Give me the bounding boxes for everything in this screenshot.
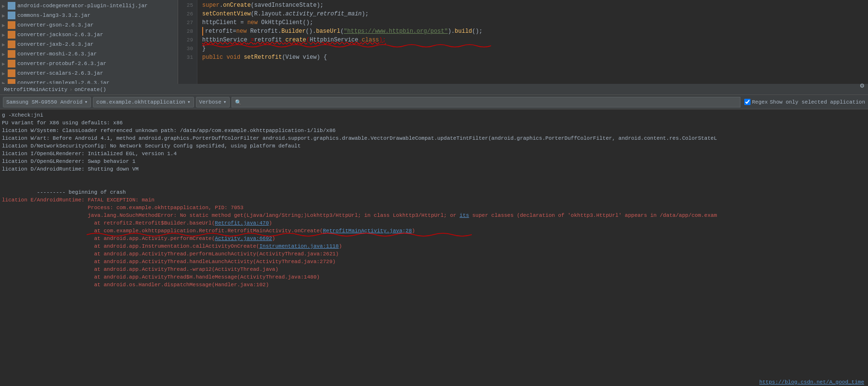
log-line: PU variant for X86 using defaults: x86 <box>0 119 868 127</box>
line-num-28: 28 <box>178 27 193 36</box>
log-line-at1: at retrofit2.Retrofit$Builder.baseUrl(Re… <box>0 219 868 227</box>
file-name: commons-lang3-3.3.2.jar <box>17 13 91 18</box>
code-content: super.onCreate(savedInstanceState); setC… <box>197 0 868 84</box>
log-output[interactable]: g -Xcheck:jni PU variant for X86 using d… <box>0 109 868 386</box>
search-input[interactable] <box>232 97 740 107</box>
log-line-at3: at android.app.Activity.performCreate(Ac… <box>0 235 868 242</box>
breadcrumb-class: RetrofitMainActivity <box>4 87 67 93</box>
file-item-1[interactable]: ▶ android-codegenerator-plugin-intellij.… <box>0 1 178 11</box>
regex-checkbox[interactable] <box>744 99 751 105</box>
activity-link[interactable]: Activity.java:6692 <box>215 236 272 241</box>
file-name: converter-scalars-2.6.3.jar <box>17 70 103 76</box>
file-name: converter-jackson-2.6.3.jar <box>17 32 103 38</box>
log-line: lication W/art: Before Android 4.1, meth… <box>0 134 868 142</box>
line-num-30: 30 <box>178 44 193 53</box>
code-line-30: } <box>202 44 868 53</box>
file-item-4[interactable]: ▶ converter-jackson-2.6.3.jar <box>0 30 178 40</box>
file-item-6[interactable]: ▶ converter-moshi-2.6.3.jar <box>0 49 178 59</box>
line-num-29: 29 <box>178 36 193 44</box>
line-num-26: 26 <box>178 10 193 18</box>
code-editor: 25 26 27 28 29 30 31 super.onCreate(save… <box>178 0 868 84</box>
breadcrumb-bar: RetrofitMainActivity › onCreate() ⚙ <box>0 84 868 95</box>
log-line-fatal: lication E/AndroidRuntime: FATAL EXCEPTI… <box>0 196 868 204</box>
log-line: lication D/NetworkSecurityConfig: No Net… <box>0 142 868 150</box>
instrumentation-link[interactable]: Instrumentation.java:1118 <box>259 243 339 249</box>
regex-toggle-label[interactable]: Regex <box>744 99 768 105</box>
expand-icon: ▶ <box>2 80 7 84</box>
code-line-31: public void setRetrofit(View view) { <box>202 53 868 62</box>
log-line <box>0 181 868 188</box>
logcat-toolbar: Samsung SM-G9550 Android ▾ com.example.o… <box>0 95 868 109</box>
log-line-at9: at android.os.Handler.dispatchMessage(Ha… <box>0 281 868 289</box>
log-line: lication D/AndroidRuntime: Shutting down… <box>0 165 868 173</box>
file-icon <box>8 40 15 48</box>
level-dropdown-arrow: ▾ <box>223 99 227 105</box>
expand-icon: ▶ <box>2 3 7 9</box>
log-line-at7: at android.app.ActivityThread.-wrap12(Ac… <box>0 266 868 273</box>
file-item-3[interactable]: ▶ converter-gson-2.6.3.jar <box>0 20 178 30</box>
file-name: converter-protobuf-2.6.3.jar <box>17 61 106 67</box>
code-line-28: retrofit=new Retrofit.Builder().baseUrl(… <box>202 27 868 36</box>
file-icon <box>8 79 15 84</box>
expand-icon: ▶ <box>2 32 7 38</box>
file-item-2[interactable]: ▶ commons-lang3-3.3.2.jar <box>0 11 178 20</box>
file-tree: ▶ android-codegenerator-plugin-intellij.… <box>0 0 178 84</box>
device-label: Samsung SM-G9550 Android <box>6 99 82 105</box>
expand-icon: ▶ <box>2 51 7 57</box>
breadcrumb-separator: › <box>69 87 73 93</box>
line-num-25: 25 <box>178 1 193 10</box>
package-label: com.example.okhttapplication <box>96 99 185 105</box>
expand-icon: ▶ <box>2 22 7 28</box>
file-item-5[interactable]: ▶ converter-jaxb-2.6.3.jar <box>0 40 178 49</box>
log-line: g -Xcheck:jni <box>0 111 868 119</box>
file-icon <box>8 21 15 29</box>
regex-label-text: Regex <box>752 99 768 105</box>
file-icon <box>8 2 15 10</box>
log-line: lication I/OpenGLRenderer: Initialized E… <box>0 150 868 158</box>
log-line: lication W/System: ClassLoader reference… <box>0 127 868 134</box>
file-item-7[interactable]: ▶ converter-protobuf-2.6.3.jar <box>0 59 178 68</box>
log-line: --------- beginning of crash <box>0 188 868 196</box>
line-num-27: 27 <box>178 18 193 27</box>
code-line-29: httbinService =retrofit.create(HttpbinSe… <box>202 36 868 44</box>
device-dropdown-arrow: ▾ <box>84 99 88 105</box>
code-line-26: setContentView(R.layout.activity_retrofi… <box>202 10 868 18</box>
log-line-at6: at android.app.ActivityThread.handleLaun… <box>0 258 868 266</box>
file-icon <box>8 31 15 39</box>
blog-url[interactable]: https://blog.csdn.net/A_good_time <box>759 379 864 385</box>
log-line-at8: at android.app.ActivityThread$H.handleMe… <box>0 273 868 281</box>
level-dropdown[interactable]: Verbose ▾ <box>196 97 230 107</box>
retrofit-link[interactable]: Retrofit.java:470 <box>215 220 269 226</box>
level-label: Verbose <box>199 99 221 105</box>
file-name: converter-moshi-2.6.3.jar <box>17 51 97 57</box>
file-name: converter-jaxb-2.6.3.jar <box>17 41 93 47</box>
log-line: lication D/OpenGLRenderer: Swap behavior… <box>0 158 868 165</box>
expand-icon: ▶ <box>2 41 7 48</box>
log-line-at5: at android.app.ActivityThread.performLau… <box>0 250 868 258</box>
log-line-nosuch: java.lang.NoSuchMethodError: No static m… <box>0 212 868 219</box>
expand-icon: ▶ <box>2 13 7 19</box>
file-item-9[interactable]: ▶ converter-simplexml-2.6.3.jar <box>0 78 178 84</box>
package-dropdown[interactable]: com.example.okhttapplication ▾ <box>93 97 194 107</box>
breadcrumb-method: onCreate() <box>75 87 106 93</box>
settings-icon[interactable]: ⚙ <box>860 81 864 90</box>
file-name: converter-simplexml-2.6.3.jar <box>17 80 109 84</box>
expand-icon: ▶ <box>2 61 7 67</box>
log-line-at2: at com.example.okhttpapplication.Retrofi… <box>0 227 868 235</box>
expand-icon: ▶ <box>2 70 7 77</box>
bottom-bar: https://blog.csdn.net/A_good_time <box>755 378 868 386</box>
log-line-at4: at android.app.Instrumentation.callActiv… <box>0 242 868 250</box>
file-name: converter-gson-2.6.3.jar <box>17 22 93 28</box>
file-item-8[interactable]: ▶ converter-scalars-2.6.3.jar <box>0 68 178 78</box>
editor-area: ▶ android-codegenerator-plugin-intellij.… <box>0 0 868 84</box>
file-icon <box>8 60 15 67</box>
show-selected-label: Show only selected application <box>770 99 865 105</box>
line-numbers: 25 26 27 28 29 30 31 <box>178 0 197 84</box>
file-icon <box>8 50 15 58</box>
code-lines-container: 25 26 27 28 29 30 31 super.onCreate(save… <box>178 0 868 84</box>
log-line-process: Process: com.example.okhttpapplication, … <box>0 204 868 212</box>
file-icon <box>8 69 15 77</box>
file-name: android-codegenerator-plugin-intellij.ja… <box>17 3 148 9</box>
device-dropdown[interactable]: Samsung SM-G9550 Android ▾ <box>3 97 91 107</box>
retrofit-main-link[interactable]: RetrofitMainActivity.java:28 <box>323 228 412 234</box>
